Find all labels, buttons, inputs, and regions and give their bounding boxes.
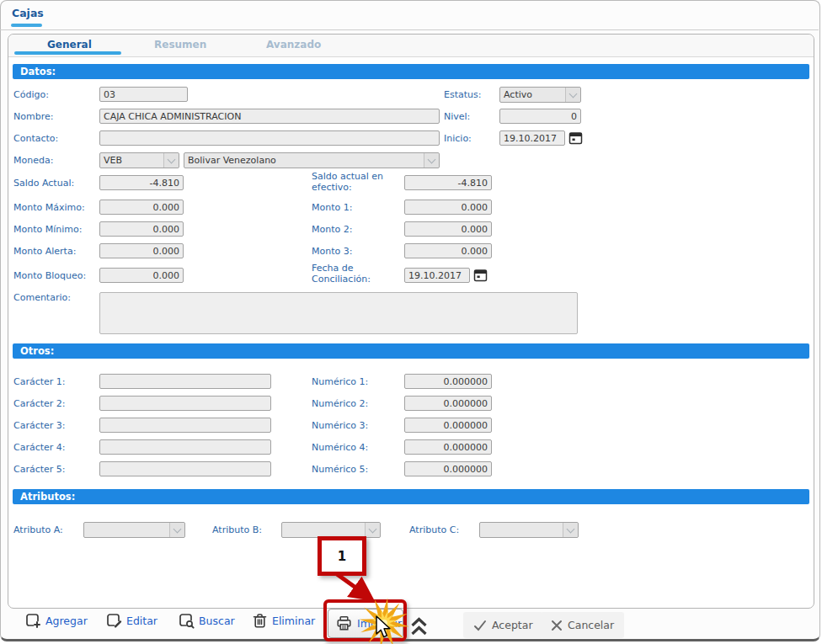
nivel-field[interactable]: 0 (499, 109, 581, 124)
moneda-name-dropdown[interactable]: Bolivar Venezolano (184, 152, 440, 168)
chevron-down-icon (567, 525, 575, 534)
atributo-a-dropdown[interactable] (83, 522, 185, 538)
numerico-1-label: Numérico 1: (312, 376, 368, 387)
monto-bloqueo-field[interactable]: 0.000 (99, 268, 184, 283)
monto-bloqueo-label: Monto Bloqueo: (13, 270, 86, 281)
monto-maximo-field[interactable]: 0.000 (99, 200, 184, 215)
caracter-3-label: Carácter 3: (13, 420, 66, 431)
check-icon (473, 620, 487, 631)
monto-1-label: Monto 1: (312, 202, 352, 213)
chevron-down-icon (569, 90, 578, 98)
callout-number: 1 (338, 549, 346, 564)
monto-2-label: Monto 2: (312, 224, 352, 235)
aceptar-label: Aceptar (492, 619, 533, 631)
mouse-cursor-icon (376, 615, 394, 641)
caracter-2-field[interactable] (99, 396, 271, 411)
contacto-field[interactable] (99, 130, 440, 146)
section-header-datos: Datos: (13, 64, 809, 79)
monto-minimo-field[interactable]: 0.000 (99, 221, 184, 237)
numerico-1-field[interactable]: 0.000000 (404, 374, 492, 389)
tab-general[interactable]: General (47, 39, 92, 51)
caracter-1-field[interactable] (99, 374, 271, 389)
chevron-down-icon (428, 156, 436, 164)
tab-avanzado[interactable]: Avanzado (266, 39, 321, 51)
numerico-5-field[interactable]: 0.000000 (404, 461, 492, 476)
chevron-down-icon (168, 156, 176, 164)
numerico-3-label: Numérico 3: (312, 420, 368, 431)
atributo-c-dropdown[interactable] (479, 522, 579, 538)
tab-resumen[interactable]: Resumen (154, 39, 206, 51)
edit-document-icon (106, 613, 122, 629)
caracter-3-field[interactable] (99, 418, 271, 433)
codigo-label: Código: (13, 89, 49, 100)
cajas-window: Cajas General Resumen Avanzado Datos: Có… (0, 0, 822, 644)
eliminar-label: Eliminar (272, 615, 315, 627)
agregar-label: Agregar (45, 615, 88, 627)
search-document-icon (179, 613, 195, 629)
inicio-date-field[interactable]: 19.10.2017 (499, 130, 565, 146)
atributo-b-label: Atributo B: (212, 524, 262, 535)
chevron-down-icon (173, 525, 182, 534)
monto-maximo-label: Monto Máximo: (13, 202, 85, 213)
page-title[interactable]: Cajas (12, 7, 44, 19)
monto-alerta-label: Monto Alerta: (13, 246, 76, 257)
callout-arrow (323, 569, 391, 611)
contacto-label: Contacto: (13, 133, 58, 144)
agregar-button[interactable]: Agregar (25, 613, 88, 629)
atributo-a-label: Atributo A: (13, 524, 63, 535)
codigo-field[interactable]: 03 (99, 87, 188, 102)
saldo-actual-field[interactable]: -4.810 (99, 175, 184, 190)
monto-1-field[interactable]: 0.000 (404, 200, 492, 215)
section-header-atributos: Atributos: (13, 489, 809, 504)
caracter-5-label: Carácter 5: (13, 464, 66, 475)
add-document-icon (25, 613, 41, 629)
calendar-icon[interactable] (568, 130, 583, 146)
monto-alerta-field[interactable]: 0.000 (99, 243, 184, 258)
double-chevron-up-icon (410, 616, 428, 637)
caracter-4-field[interactable] (99, 439, 271, 455)
estatus-label: Estatus: (444, 89, 481, 100)
numerico-4-field[interactable]: 0.000000 (404, 439, 492, 455)
monto-3-label: Monto 3: (312, 246, 352, 257)
monto-3-field[interactable]: 0.000 (404, 243, 492, 258)
nombre-label: Nombre: (13, 111, 53, 122)
nivel-label: Nivel: (444, 111, 470, 122)
moneda-code-dropdown[interactable]: VEB (99, 152, 179, 168)
monto-minimo-label: Monto Mínimo: (13, 224, 82, 235)
editar-label: Editar (126, 615, 157, 627)
numerico-5-label: Numérico 5: (312, 464, 368, 475)
trash-icon (252, 613, 268, 629)
numerico-4-label: Numérico 4: (312, 442, 368, 453)
estatus-dropdown[interactable]: Activo (499, 87, 581, 103)
fecha-conciliacion-date-field[interactable]: 19.10.2017 (404, 268, 470, 283)
caracter-1-label: Carácter 1: (13, 376, 66, 387)
saldo-actual-label: Saldo Actual: (13, 178, 74, 189)
numerico-2-label: Numérico 2: (312, 398, 368, 409)
chevron-down-icon (369, 525, 377, 534)
comentario-label: Comentario: (13, 292, 71, 303)
nombre-field[interactable]: CAJA CHICA ADMINISTRACION (99, 109, 440, 124)
active-tab-underline (14, 51, 121, 55)
caracter-2-label: Carácter 2: (13, 398, 66, 409)
saldo-efectivo-field[interactable]: -4.810 (404, 175, 492, 190)
monto-2-field[interactable]: 0.000 (404, 221, 492, 237)
tab-strip: General Resumen Avanzado (8, 35, 814, 57)
cancelar-label: Cancelar (568, 619, 614, 631)
calendar-icon[interactable] (473, 268, 488, 283)
editar-button[interactable]: Editar (106, 613, 157, 629)
section-header-otros: Otros: (13, 343, 809, 359)
caracter-5-field[interactable] (99, 461, 271, 476)
aceptar-button[interactable]: Aceptar (463, 612, 543, 638)
cancelar-button[interactable]: Cancelar (541, 612, 624, 638)
numerico-2-field[interactable]: 0.000000 (404, 396, 492, 411)
buscar-button[interactable]: Buscar (179, 613, 235, 629)
inicio-label: Inicio: (444, 133, 472, 144)
caracter-4-label: Carácter 4: (13, 442, 66, 453)
numerico-3-field[interactable]: 0.000000 (404, 418, 492, 433)
titlebar-divider (0, 29, 819, 30)
collapse-toolbar-button[interactable] (410, 616, 428, 637)
page-title-underline (11, 24, 42, 27)
eliminar-button[interactable]: Eliminar (252, 613, 315, 629)
comentario-textarea[interactable] (99, 292, 578, 334)
fecha-conciliacion-label: Fecha de Conciliación: (312, 263, 404, 285)
